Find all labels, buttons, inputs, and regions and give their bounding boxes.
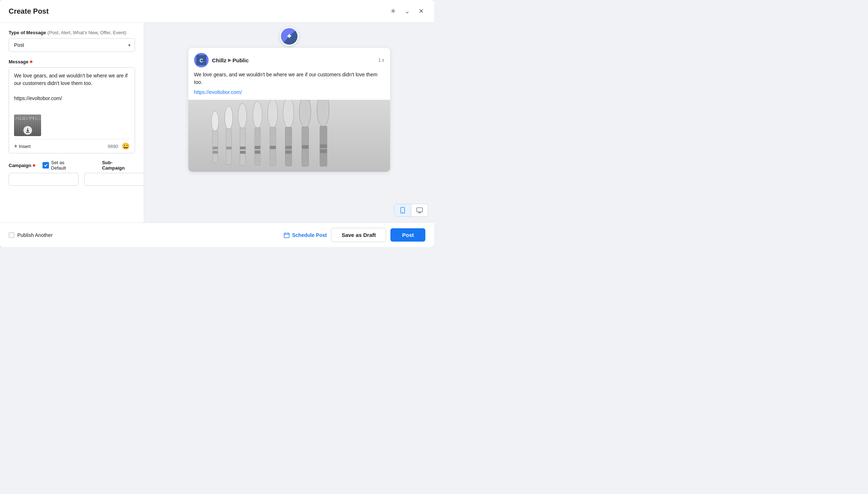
close-icon: ✕ — [419, 7, 424, 15]
insert-button[interactable]: + Insert — [14, 143, 31, 149]
emoji-button[interactable]: 😀 — [122, 142, 130, 150]
modal-body: Type of Message (Post, Alert, What's New… — [0, 23, 434, 223]
plus-icon: + — [14, 143, 17, 149]
svg-rect-37 — [417, 208, 422, 212]
svg-rect-23 — [270, 146, 276, 149]
set-default-label: Set as Default — [51, 160, 81, 171]
author-info: Chillz ▶ Public — [212, 57, 249, 63]
chevron-down-icon: ⌄ — [404, 7, 410, 15]
sub-campaign-label: Sub-Campaign — [102, 160, 135, 171]
thumb-label: バニロンブラシ... — [15, 117, 41, 121]
svg-rect-16 — [240, 151, 246, 154]
publish-another-row: Publish Another — [9, 232, 53, 238]
svg-rect-12 — [226, 147, 232, 149]
post-button[interactable]: Post — [390, 228, 425, 242]
type-of-message-label: Type of Message (Post, Alert, What's New… — [9, 30, 135, 35]
left-panel: Type of Message (Post, Alert, What's New… — [0, 23, 144, 223]
save-draft-label: Save as Draft — [341, 232, 376, 238]
sub-campaign-input[interactable] — [84, 173, 144, 186]
desktop-view-button[interactable] — [411, 204, 428, 216]
brushes-image — [188, 100, 390, 172]
svg-rect-8 — [212, 147, 218, 149]
svg-rect-30 — [302, 145, 309, 149]
audience: Public — [233, 57, 249, 63]
campaign-section: Campaign Set as Default Sub-Campaign — [9, 160, 135, 186]
brushes-svg — [188, 100, 390, 172]
svg-point-6 — [211, 111, 219, 131]
message-type-select-wrapper: Post Alert What's New Offer Event ▾ — [9, 38, 135, 52]
svg-rect-20 — [255, 151, 260, 154]
preview-avatar-inner: ✦ — [281, 28, 297, 45]
close-button[interactable]: ✕ — [417, 6, 425, 17]
publish-another-label: Publish Another — [17, 232, 53, 238]
campaign-inputs-row — [9, 173, 135, 186]
author-avatar: C — [194, 53, 209, 67]
modal-footer: Publish Another Schedule Post Save as Dr… — [0, 223, 434, 247]
arrow-icon: ▶ — [228, 58, 231, 63]
svg-text:C: C — [199, 58, 203, 63]
svg-rect-40 — [284, 233, 289, 238]
svg-rect-27 — [285, 151, 292, 154]
campaign-input[interactable] — [9, 173, 79, 186]
campaign-label: Campaign — [9, 163, 35, 168]
author-name-row: Chillz ▶ Public — [212, 57, 249, 63]
avatar-icon: ✦ — [286, 32, 292, 41]
insert-label: Insert — [19, 144, 31, 149]
download-button[interactable] — [23, 126, 32, 135]
message-meta: 9890 😀 — [108, 142, 130, 150]
set-default-checkbox[interactable] — [42, 162, 49, 169]
svg-point-13 — [238, 103, 247, 129]
post-body: We love gears, and we wouldn't be where … — [188, 71, 390, 100]
mobile-view-button[interactable] — [394, 204, 411, 216]
svg-point-10 — [225, 106, 233, 129]
save-draft-button[interactable]: Save as Draft — [331, 228, 386, 242]
minimize-button[interactable]: ⌄ — [403, 6, 411, 17]
right-panel: ✦ C — [144, 23, 434, 223]
message-label: Message — [9, 59, 135, 64]
svg-rect-9 — [212, 151, 218, 154]
message-type-select[interactable]: Post Alert What's New Offer Event — [9, 38, 135, 52]
svg-point-36 — [402, 212, 403, 213]
schedule-post-button[interactable]: Schedule Post — [283, 232, 327, 238]
author-name: Chillz — [212, 57, 227, 63]
required-dot — [30, 60, 32, 63]
device-toggle — [394, 204, 428, 217]
post-label: Post — [402, 232, 414, 238]
svg-rect-26 — [285, 146, 292, 149]
message-toolbar: + Insert 9890 😀 — [14, 139, 130, 150]
message-section: Message We love gears, and we wouldn't b… — [9, 59, 135, 153]
post-header: C Chillz ▶ Public 1 s — [188, 48, 390, 71]
modal-title: Create Post — [9, 7, 49, 15]
svg-rect-33 — [320, 144, 327, 148]
campaign-required-dot — [33, 164, 35, 167]
svg-point-21 — [268, 100, 278, 128]
post-card: C Chillz ▶ Public 1 s — [188, 48, 390, 172]
svg-rect-34 — [320, 149, 327, 153]
char-count: 9890 — [108, 144, 118, 149]
preview-avatar-top: ✦ — [280, 27, 299, 46]
header-icons: ✳ ⌄ ✕ — [389, 6, 425, 17]
modal-header: Create Post ✳ ⌄ ✕ — [0, 0, 434, 23]
svg-rect-19 — [255, 146, 260, 149]
pin-button[interactable]: ✳ — [389, 6, 397, 17]
post-author: C Chillz ▶ Public — [194, 53, 249, 67]
pin-icon: ✳ — [390, 7, 396, 15]
publish-another-checkbox[interactable] — [9, 232, 14, 238]
svg-point-17 — [253, 102, 262, 128]
type-of-message-sub: (Post, Alert, What's New, Offer, Event) — [48, 30, 126, 35]
schedule-label: Schedule Post — [292, 232, 327, 238]
svg-rect-15 — [240, 147, 246, 149]
message-textarea[interactable]: We love gears, and we wouldn't be where … — [14, 72, 130, 108]
svg-point-24 — [283, 100, 294, 128]
post-time: 1 s — [378, 58, 384, 63]
svg-point-28 — [299, 100, 311, 127]
post-text: We love gears, and we wouldn't be where … — [194, 71, 384, 86]
image-thumbnail: バニロンブラシ... — [14, 114, 41, 136]
set-as-default-row: Set as Default — [42, 160, 81, 171]
message-textarea-wrapper: We love gears, and we wouldn't be where … — [9, 67, 135, 153]
post-link[interactable]: https://evoltobor.com/ — [194, 89, 242, 95]
